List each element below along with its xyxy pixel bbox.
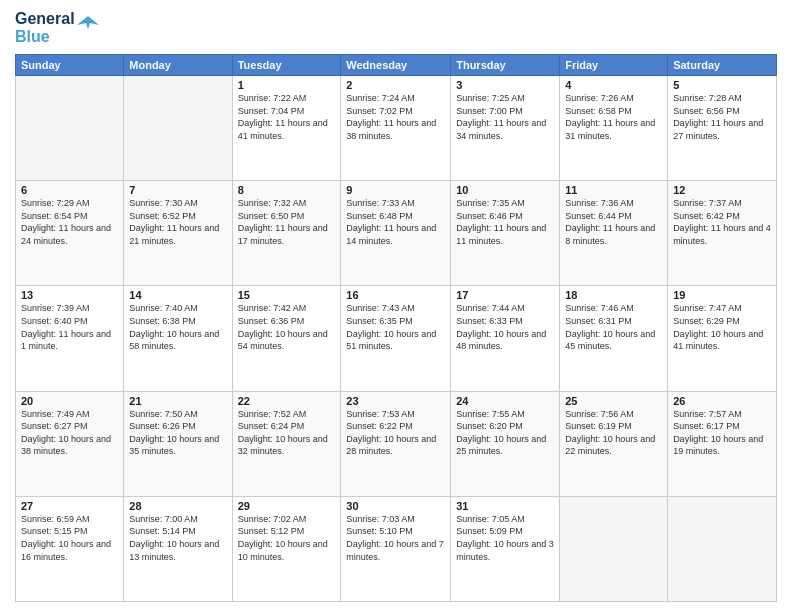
calendar-cell: 22Sunrise: 7:52 AM Sunset: 6:24 PM Dayli…	[232, 391, 341, 496]
calendar-cell: 19Sunrise: 7:47 AM Sunset: 6:29 PM Dayli…	[668, 286, 777, 391]
day-number: 30	[346, 500, 445, 512]
calendar-cell: 6Sunrise: 7:29 AM Sunset: 6:54 PM Daylig…	[16, 181, 124, 286]
weekday-header-thursday: Thursday	[451, 55, 560, 76]
day-number: 12	[673, 184, 771, 196]
calendar-cell: 16Sunrise: 7:43 AM Sunset: 6:35 PM Dayli…	[341, 286, 451, 391]
calendar-cell	[560, 496, 668, 601]
day-info: Sunrise: 7:29 AM Sunset: 6:54 PM Dayligh…	[21, 197, 118, 247]
day-number: 27	[21, 500, 118, 512]
logo-general: General	[15, 10, 75, 27]
calendar-cell	[668, 496, 777, 601]
day-info: Sunrise: 7:43 AM Sunset: 6:35 PM Dayligh…	[346, 302, 445, 352]
day-info: Sunrise: 7:42 AM Sunset: 6:36 PM Dayligh…	[238, 302, 336, 352]
day-info: Sunrise: 7:30 AM Sunset: 6:52 PM Dayligh…	[129, 197, 226, 247]
calendar-cell: 30Sunrise: 7:03 AM Sunset: 5:10 PM Dayli…	[341, 496, 451, 601]
day-number: 20	[21, 395, 118, 407]
day-number: 17	[456, 289, 554, 301]
header: General Blue	[15, 10, 777, 46]
day-info: Sunrise: 7:25 AM Sunset: 7:00 PM Dayligh…	[456, 92, 554, 142]
day-number: 26	[673, 395, 771, 407]
calendar-table: SundayMondayTuesdayWednesdayThursdayFrid…	[15, 54, 777, 602]
day-info: Sunrise: 7:28 AM Sunset: 6:56 PM Dayligh…	[673, 92, 771, 142]
calendar-cell: 2Sunrise: 7:24 AM Sunset: 7:02 PM Daylig…	[341, 76, 451, 181]
calendar-cell: 5Sunrise: 7:28 AM Sunset: 6:56 PM Daylig…	[668, 76, 777, 181]
day-info: Sunrise: 7:55 AM Sunset: 6:20 PM Dayligh…	[456, 408, 554, 458]
calendar-cell: 11Sunrise: 7:36 AM Sunset: 6:44 PM Dayli…	[560, 181, 668, 286]
day-number: 31	[456, 500, 554, 512]
calendar-cell: 7Sunrise: 7:30 AM Sunset: 6:52 PM Daylig…	[124, 181, 232, 286]
day-info: Sunrise: 7:03 AM Sunset: 5:10 PM Dayligh…	[346, 513, 445, 563]
day-number: 7	[129, 184, 226, 196]
calendar-cell: 1Sunrise: 7:22 AM Sunset: 7:04 PM Daylig…	[232, 76, 341, 181]
day-number: 8	[238, 184, 336, 196]
day-info: Sunrise: 7:37 AM Sunset: 6:42 PM Dayligh…	[673, 197, 771, 247]
week-row-0: 1Sunrise: 7:22 AM Sunset: 7:04 PM Daylig…	[16, 76, 777, 181]
day-info: Sunrise: 7:47 AM Sunset: 6:29 PM Dayligh…	[673, 302, 771, 352]
calendar-cell: 17Sunrise: 7:44 AM Sunset: 6:33 PM Dayli…	[451, 286, 560, 391]
day-info: Sunrise: 7:22 AM Sunset: 7:04 PM Dayligh…	[238, 92, 336, 142]
calendar-cell: 26Sunrise: 7:57 AM Sunset: 6:17 PM Dayli…	[668, 391, 777, 496]
calendar-cell: 20Sunrise: 7:49 AM Sunset: 6:27 PM Dayli…	[16, 391, 124, 496]
calendar-cell: 27Sunrise: 6:59 AM Sunset: 5:15 PM Dayli…	[16, 496, 124, 601]
calendar-cell: 24Sunrise: 7:55 AM Sunset: 6:20 PM Dayli…	[451, 391, 560, 496]
day-info: Sunrise: 7:56 AM Sunset: 6:19 PM Dayligh…	[565, 408, 662, 458]
calendar-cell	[16, 76, 124, 181]
day-number: 13	[21, 289, 118, 301]
day-number: 29	[238, 500, 336, 512]
day-number: 14	[129, 289, 226, 301]
day-info: Sunrise: 7:26 AM Sunset: 6:58 PM Dayligh…	[565, 92, 662, 142]
day-info: Sunrise: 7:33 AM Sunset: 6:48 PM Dayligh…	[346, 197, 445, 247]
day-number: 16	[346, 289, 445, 301]
day-info: Sunrise: 7:39 AM Sunset: 6:40 PM Dayligh…	[21, 302, 118, 352]
weekday-header-saturday: Saturday	[668, 55, 777, 76]
day-number: 1	[238, 79, 336, 91]
calendar-cell: 12Sunrise: 7:37 AM Sunset: 6:42 PM Dayli…	[668, 181, 777, 286]
week-row-2: 13Sunrise: 7:39 AM Sunset: 6:40 PM Dayli…	[16, 286, 777, 391]
day-info: Sunrise: 7:36 AM Sunset: 6:44 PM Dayligh…	[565, 197, 662, 247]
day-number: 6	[21, 184, 118, 196]
day-info: Sunrise: 7:02 AM Sunset: 5:12 PM Dayligh…	[238, 513, 336, 563]
weekday-header-wednesday: Wednesday	[341, 55, 451, 76]
day-number: 19	[673, 289, 771, 301]
day-number: 25	[565, 395, 662, 407]
week-row-4: 27Sunrise: 6:59 AM Sunset: 5:15 PM Dayli…	[16, 496, 777, 601]
logo-bird-icon	[77, 15, 99, 33]
day-number: 24	[456, 395, 554, 407]
calendar-cell: 14Sunrise: 7:40 AM Sunset: 6:38 PM Dayli…	[124, 286, 232, 391]
page: General Blue SundayMondayTuesdayWednesda…	[0, 0, 792, 612]
logo-container: General Blue	[15, 10, 99, 46]
calendar-cell: 23Sunrise: 7:53 AM Sunset: 6:22 PM Dayli…	[341, 391, 451, 496]
weekday-header-friday: Friday	[560, 55, 668, 76]
calendar-cell: 29Sunrise: 7:02 AM Sunset: 5:12 PM Dayli…	[232, 496, 341, 601]
day-number: 9	[346, 184, 445, 196]
weekday-header-tuesday: Tuesday	[232, 55, 341, 76]
day-info: Sunrise: 7:00 AM Sunset: 5:14 PM Dayligh…	[129, 513, 226, 563]
weekday-header-sunday: Sunday	[16, 55, 124, 76]
day-info: Sunrise: 7:24 AM Sunset: 7:02 PM Dayligh…	[346, 92, 445, 142]
day-info: Sunrise: 7:57 AM Sunset: 6:17 PM Dayligh…	[673, 408, 771, 458]
day-info: Sunrise: 7:40 AM Sunset: 6:38 PM Dayligh…	[129, 302, 226, 352]
day-info: Sunrise: 7:32 AM Sunset: 6:50 PM Dayligh…	[238, 197, 336, 247]
calendar-cell: 21Sunrise: 7:50 AM Sunset: 6:26 PM Dayli…	[124, 391, 232, 496]
day-info: Sunrise: 7:52 AM Sunset: 6:24 PM Dayligh…	[238, 408, 336, 458]
calendar-cell: 9Sunrise: 7:33 AM Sunset: 6:48 PM Daylig…	[341, 181, 451, 286]
logo: General Blue	[15, 10, 99, 46]
calendar-cell: 28Sunrise: 7:00 AM Sunset: 5:14 PM Dayli…	[124, 496, 232, 601]
day-number: 11	[565, 184, 662, 196]
day-info: Sunrise: 7:50 AM Sunset: 6:26 PM Dayligh…	[129, 408, 226, 458]
day-number: 2	[346, 79, 445, 91]
day-info: Sunrise: 7:49 AM Sunset: 6:27 PM Dayligh…	[21, 408, 118, 458]
week-row-1: 6Sunrise: 7:29 AM Sunset: 6:54 PM Daylig…	[16, 181, 777, 286]
day-number: 28	[129, 500, 226, 512]
logo-blue: Blue	[15, 28, 50, 45]
day-info: Sunrise: 6:59 AM Sunset: 5:15 PM Dayligh…	[21, 513, 118, 563]
calendar-cell: 8Sunrise: 7:32 AM Sunset: 6:50 PM Daylig…	[232, 181, 341, 286]
calendar-cell: 10Sunrise: 7:35 AM Sunset: 6:46 PM Dayli…	[451, 181, 560, 286]
day-number: 10	[456, 184, 554, 196]
day-info: Sunrise: 7:05 AM Sunset: 5:09 PM Dayligh…	[456, 513, 554, 563]
day-info: Sunrise: 7:44 AM Sunset: 6:33 PM Dayligh…	[456, 302, 554, 352]
logo-text: General Blue	[15, 10, 75, 46]
calendar-cell: 4Sunrise: 7:26 AM Sunset: 6:58 PM Daylig…	[560, 76, 668, 181]
calendar-cell: 18Sunrise: 7:46 AM Sunset: 6:31 PM Dayli…	[560, 286, 668, 391]
day-number: 21	[129, 395, 226, 407]
